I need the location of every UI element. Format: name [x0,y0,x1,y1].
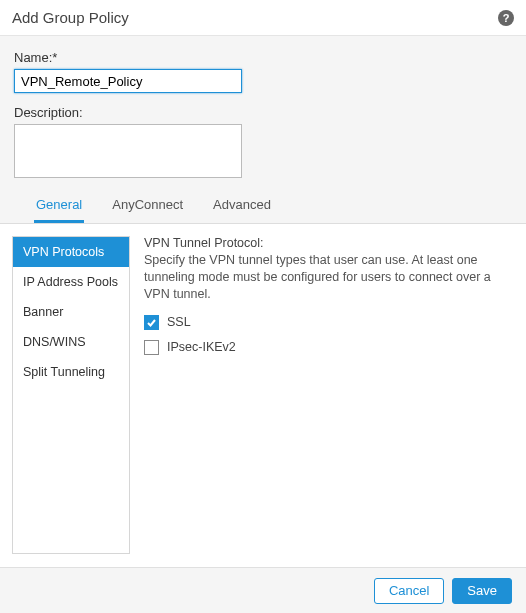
check-icon [146,317,157,328]
content-panel: VPN Tunnel Protocol: Specify the VPN tun… [144,236,514,554]
checkbox-ssl[interactable] [144,315,159,330]
sidebar-item-vpn-protocols[interactable]: VPN Protocols [13,237,129,267]
checkbox-label-ssl: SSL [167,315,191,329]
description-textarea[interactable] [14,124,242,178]
tab-anyconnect[interactable]: AnyConnect [110,191,185,223]
content-description: Specify the VPN tunnel types that user c… [144,252,514,303]
cancel-button[interactable]: Cancel [374,578,444,604]
form-area: Name:* Description: General AnyConnect A… [0,36,526,224]
content-heading: VPN Tunnel Protocol: [144,236,514,250]
sidebar-item-dns-wins[interactable]: DNS/WINS [13,327,129,357]
checkbox-row-ssl: SSL [144,315,514,330]
description-label: Description: [14,105,512,120]
sidebar-item-banner[interactable]: Banner [13,297,129,327]
checkbox-ipsec[interactable] [144,340,159,355]
save-button[interactable]: Save [452,578,512,604]
tab-general[interactable]: General [34,191,84,223]
checkbox-label-ipsec: IPsec-IKEv2 [167,340,236,354]
dialog-header: Add Group Policy ? [0,0,526,36]
main-body: VPN Protocols IP Address Pools Banner DN… [0,224,526,554]
tabs: General AnyConnect Advanced [14,191,512,223]
sidebar-item-split-tunneling[interactable]: Split Tunneling [13,357,129,387]
tab-advanced[interactable]: Advanced [211,191,273,223]
dialog-title: Add Group Policy [12,9,498,26]
name-label: Name:* [14,50,512,65]
side-nav: VPN Protocols IP Address Pools Banner DN… [12,236,130,554]
help-icon[interactable]: ? [498,10,514,26]
checkbox-row-ipsec: IPsec-IKEv2 [144,340,514,355]
sidebar-item-ip-address-pools[interactable]: IP Address Pools [13,267,129,297]
dialog-footer: Cancel Save [0,567,526,613]
name-input[interactable] [14,69,242,93]
